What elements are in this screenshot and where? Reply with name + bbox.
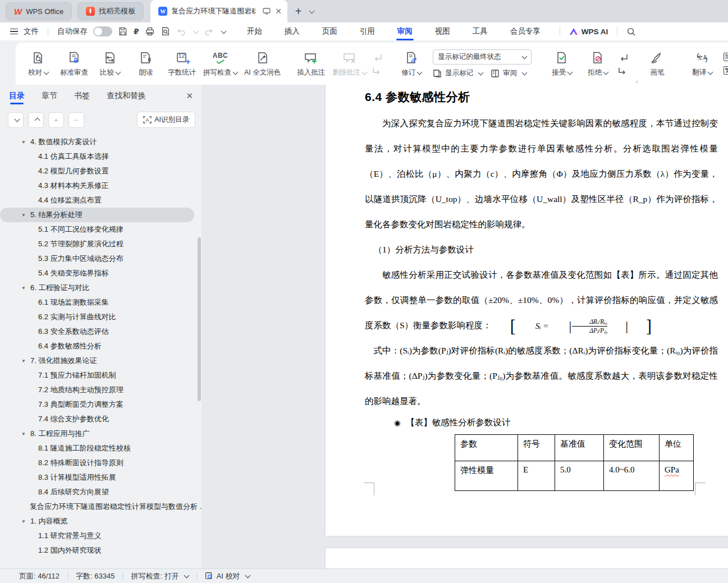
reject-change-button[interactable]: 拒绝	[580, 51, 616, 77]
word-count-button[interactable]: 12 + 字数统计	[164, 51, 200, 77]
translate-button[interactable]: 文A 翻译	[684, 51, 720, 77]
menu-5[interactable]: 审阅	[386, 22, 424, 40]
new-tab-button[interactable]: +	[295, 6, 302, 17]
file-menu[interactable]: 文件	[24, 26, 39, 36]
menu-7[interactable]: 工具	[461, 22, 499, 40]
outline-item[interactable]: ▼5. 结果分析处理	[0, 208, 194, 222]
open-in-window-icon[interactable]	[263, 8, 271, 15]
read-aloud-button[interactable]: 朗读	[128, 51, 164, 77]
expand-all-button[interactable]	[8, 112, 24, 128]
caret-down-icon[interactable]: ▼	[21, 286, 26, 291]
outline-item[interactable]: ▼1. 内容概览	[0, 514, 202, 529]
hamburger-menu-icon[interactable]	[10, 29, 18, 35]
outline-item-label: 7.2 地质结构主动预控原理	[38, 385, 123, 395]
page-indicator[interactable]: 页面: 46/112	[19, 571, 59, 581]
next-change-icon[interactable]	[618, 67, 628, 75]
menu-3[interactable]: 页面	[311, 22, 349, 40]
outline-item[interactable]: ▼7. 强化措施效果论证	[0, 354, 202, 368]
outline-item[interactable]: ▼6. 工程验证与对比	[0, 281, 202, 295]
outline-item[interactable]: 6.3 安全系数动态评估	[0, 324, 202, 339]
review-pane-button[interactable]: 审阅	[491, 68, 526, 78]
caret-down-icon[interactable]: ▼	[21, 140, 26, 145]
outline-item-label: 1.1 研究背景与意义	[38, 531, 102, 541]
ai-polish-button[interactable]: AI 全文润色	[241, 51, 284, 77]
ribbon-expand-icon[interactable]: ⌟	[635, 77, 638, 83]
export-pdf-icon[interactable]: ₽	[134, 27, 139, 36]
ai-recognize-toc-button[interactable]: A AI识别目录	[137, 112, 195, 128]
outline-item[interactable]: 8.4 后续研究方向展望	[0, 485, 202, 499]
sidebar-tab-1[interactable]: 目录	[9, 85, 25, 107]
outline-item[interactable]: 4.2 模型几何参数设置	[0, 164, 202, 178]
word-count-indicator[interactable]: 字数: 63345	[76, 571, 115, 581]
accept-change-button[interactable]: 接受	[544, 51, 580, 77]
outline-item[interactable]: 1.2 国内外研究现状	[0, 543, 202, 558]
menu-8[interactable]: 会员专享	[499, 22, 552, 40]
print-preview-icon[interactable]	[161, 26, 171, 36]
outline-item[interactable]: 8.1 隧道施工阶段稳定性校核	[0, 441, 202, 456]
outline-item[interactable]: ▼8. 工程应用与推广	[0, 426, 202, 441]
outline-item[interactable]: 5.3 应力集中区域动态分布	[0, 251, 202, 266]
ink-brush-button[interactable]: 画笔	[639, 51, 675, 77]
outline-item[interactable]: 6.2 实测与计算曲线对比	[0, 310, 202, 324]
menu-2[interactable]: 插入	[273, 22, 311, 40]
sidebar-tab-2[interactable]: 章节	[42, 85, 57, 107]
tab-document-active[interactable]: W 复合应力环境下隧道围岩稳定 ✕	[150, 0, 287, 22]
outline-item[interactable]: 4.1 仿真工具版本选择	[0, 149, 202, 164]
spell-check-button[interactable]: ABC 拼写检查	[200, 51, 241, 77]
caret-down-icon[interactable]: ▼	[21, 431, 26, 437]
compare-button[interactable]: 比较	[92, 51, 128, 77]
save-icon[interactable]	[118, 26, 128, 36]
document-page-next[interactable]	[326, 548, 728, 568]
outline-item[interactable]: 4.3 材料本构关系修正	[0, 178, 202, 193]
outline-item[interactable]: 1.1 研究背景与意义	[0, 529, 202, 543]
show-markup-button[interactable]: 显示标记	[433, 68, 483, 78]
more-commands-chevron-icon[interactable]	[219, 27, 226, 36]
ai-proofread-button[interactable]: AI 校对	[205, 571, 250, 581]
caret-down-icon[interactable]: ▼	[21, 359, 26, 364]
outline-item[interactable]: 4.4 位移监测点布置	[0, 193, 202, 208]
sidebar-scrollbar[interactable]	[198, 237, 201, 401]
outline-item[interactable]: 7.3 典型断面受力调整方案	[0, 397, 202, 412]
outline-item[interactable]: 复合应力环境下隧道围岩稳定性计算模型与数值分析 ...	[0, 499, 202, 514]
tab-wps-home[interactable]: W WPS Office	[6, 2, 72, 20]
insert-comment-button[interactable]: 插入批注	[293, 51, 329, 77]
search-icon[interactable]	[626, 27, 636, 36]
print-icon[interactable]	[145, 26, 155, 36]
menu-6[interactable]: 视图	[424, 22, 461, 40]
outline-item[interactable]: 7.2 地质结构主动预控原理	[0, 383, 202, 397]
outline-item-label: 1.2 国内外研究现状	[38, 545, 102, 556]
outline-item[interactable]: 6.4 参数敏感性分析	[0, 339, 202, 354]
document-page[interactable]: 6.4 参数敏感性分析 为深入探究复合应力环境下隧道围岩稳定性关键影响因素的敏感…	[326, 85, 728, 536]
close-sidebar-icon[interactable]: ✕	[186, 91, 193, 101]
spellcheck-status[interactable]: 拼写检查: 打开	[131, 571, 188, 581]
markup-state-select[interactable]: 显示标记的最终状态	[433, 49, 532, 65]
outline-item[interactable]: 5.2 节理裂隙扩展演化过程	[0, 237, 202, 251]
close-tab-icon[interactable]: ✕	[275, 7, 282, 16]
collapse-all-button[interactable]	[28, 112, 44, 128]
outline-item[interactable]: 7.1 预应力锚杆加固机制	[0, 368, 202, 383]
tab-label: WPS Office	[26, 7, 63, 16]
traditional-to-simplified-button[interactable]: 繁 转简	[724, 66, 728, 75]
track-changes-button[interactable]: 修订	[393, 51, 429, 77]
caret-down-icon[interactable]: ▼	[21, 213, 26, 218]
sidebar-tab-4[interactable]: 查找和替换	[107, 85, 146, 107]
caret-down-icon[interactable]: ▼	[21, 519, 26, 524]
proofread-button[interactable]: 校对	[20, 51, 56, 77]
wps-ai-button[interactable]: WPS AI	[569, 27, 608, 36]
outline-item[interactable]: 8.3 计算模型适用性拓展	[0, 470, 202, 485]
outline-item[interactable]: 8.2 特殊断面设计指导原则	[0, 456, 202, 470]
outline-item[interactable]: 6.1 现场监测数据采集	[0, 295, 202, 310]
outline-item[interactable]: 5.4 失稳变形临界指标	[0, 266, 202, 281]
simplified-to-traditional-button[interactable]: 简 转繁	[724, 52, 728, 62]
tab-docer[interactable]: 找稻壳模板	[77, 2, 144, 20]
outline-item[interactable]: 5.1 不同工况位移变化规律	[0, 222, 202, 237]
standard-review-button[interactable]: 标准审查	[56, 51, 92, 77]
previous-change-icon[interactable]	[618, 53, 628, 61]
sidebar-tab-3[interactable]: 书签	[74, 85, 90, 107]
autosave-toggle[interactable]	[93, 26, 112, 36]
menu-4[interactable]: 引用	[349, 22, 386, 40]
outline-item[interactable]: ▼4. 数值模拟方案设计	[0, 135, 202, 149]
outline-item[interactable]: 7.4 综合支护参数优化	[0, 412, 202, 426]
tab-list-chevron-icon[interactable]	[308, 6, 314, 16]
menu-1[interactable]: 开始	[236, 22, 273, 40]
